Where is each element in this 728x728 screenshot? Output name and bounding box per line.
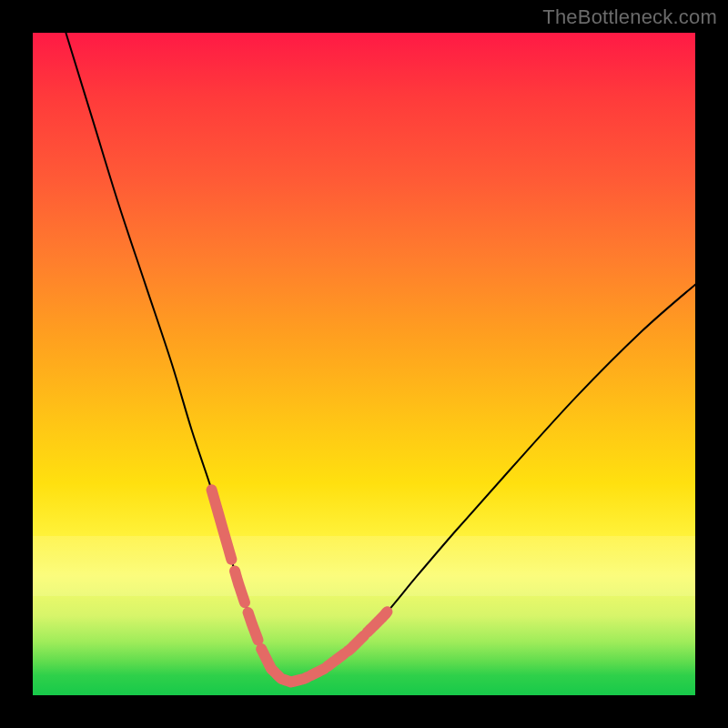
- watermark-text: TheBottleneck.com: [542, 5, 717, 29]
- highlight-bead: [235, 571, 245, 603]
- highlight-beads: [212, 490, 388, 682]
- highlight-bead: [248, 612, 258, 640]
- highlight-bead: [261, 649, 275, 672]
- highlight-bead: [293, 677, 308, 682]
- curve-svg: [33, 33, 695, 695]
- highlight-bead: [328, 654, 344, 667]
- highlight-bead: [368, 612, 388, 632]
- chart-frame: TheBottleneck.com: [0, 0, 728, 728]
- highlight-bead: [348, 635, 364, 651]
- highlight-bead: [212, 490, 232, 559]
- bottleneck-curve-path: [66, 33, 695, 682]
- highlight-bead: [311, 669, 325, 675]
- plot-area: [33, 33, 695, 695]
